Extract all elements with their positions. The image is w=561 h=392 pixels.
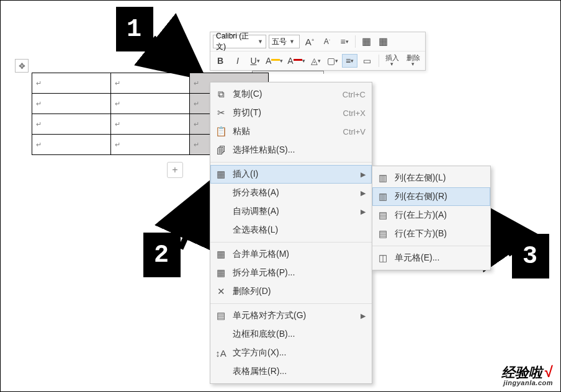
paste-icon: 📋: [215, 126, 227, 137]
col-left-icon: ▥: [377, 172, 388, 184]
shading-button[interactable]: ◬▾: [308, 54, 323, 68]
submenu-col-right[interactable]: ▥ 列(在右侧)(R): [372, 187, 490, 206]
menu-text-direction[interactable]: ↕A 文字方向(X)...: [210, 344, 372, 362]
italic-button[interactable]: I: [230, 54, 245, 68]
table-cell[interactable]: ↵: [32, 135, 111, 155]
font-size-value: 五号: [272, 37, 287, 47]
submenu-col-left[interactable]: ▥ 列(在左侧)(L): [372, 169, 490, 187]
chevron-down-icon: ▼: [258, 38, 263, 45]
table-delete-button[interactable]: ▦: [376, 36, 390, 47]
watermark: 经验啦 √ jingyanla.com: [501, 365, 553, 386]
chevron-right-icon: ▶: [361, 189, 366, 197]
menu-insert[interactable]: ▦ 插入(I) ▶: [210, 165, 372, 184]
font-name-value: Calibri (正文): [216, 31, 255, 52]
text-direction-icon: ↕A: [215, 348, 227, 359]
clear-format-button[interactable]: ≡▾: [337, 35, 351, 48]
chevron-right-icon: ▶: [361, 208, 366, 216]
context-menu: ⧉ 复制(C) Ctrl+C ✂ 剪切(T) Ctrl+X 📋 粘贴 Ctrl+…: [210, 82, 372, 384]
add-row-button[interactable]: +: [167, 162, 183, 178]
shrink-font-button[interactable]: A-: [320, 35, 334, 48]
merge-icon: ▭: [363, 56, 371, 66]
menu-split-table[interactable]: 拆分表格(A) ▶: [210, 184, 372, 202]
submenu-cells[interactable]: ◫ 单元格(E)...: [372, 249, 490, 267]
separator: [210, 242, 372, 243]
align-icon: ≡: [346, 56, 351, 66]
chevron-right-icon: ▶: [361, 312, 366, 320]
table-cell[interactable]: ↵: [111, 114, 190, 135]
font-color-button[interactable]: A▾: [286, 54, 305, 68]
grow-font-button[interactable]: A+: [302, 35, 317, 48]
col-right-icon: ▥: [377, 191, 388, 202]
font-size-select[interactable]: 五号▼: [269, 35, 300, 48]
menu-auto-fit[interactable]: 自动调整(A) ▶: [210, 202, 372, 221]
table-cell[interactable]: ↵: [111, 94, 190, 114]
copy-icon: ⧉: [215, 89, 227, 100]
move-icon: ✥: [19, 61, 25, 71]
delete-dropdown[interactable]: 删除▾: [404, 54, 423, 68]
align-icon: ▤: [215, 310, 227, 321]
separator: [210, 162, 372, 163]
underline-button[interactable]: U▾: [248, 54, 262, 68]
row-below-icon: ▤: [377, 228, 388, 239]
mini-toolbar: Calibri (正文)▼ 五号▼ A+ A- ≡▾ ▦ ▦ B I U▾ A▾…: [210, 32, 426, 71]
table-icon: ▦: [362, 36, 371, 47]
chevron-right-icon: ▶: [361, 171, 366, 179]
separator: [355, 35, 356, 48]
table-insert-button[interactable]: ▦: [359, 36, 374, 47]
table-move-handle[interactable]: ✥: [15, 59, 29, 73]
bold-button[interactable]: B: [213, 54, 228, 68]
menu-borders-shading[interactable]: 边框和底纹(B)...: [210, 325, 372, 344]
bucket-icon: ◬: [311, 56, 318, 66]
svg-line-0: [153, 38, 203, 78]
menu-split-cells[interactable]: ▦ 拆分单元格(P)...: [210, 264, 372, 282]
border-icon: ▢: [327, 56, 335, 66]
border-button[interactable]: ▢▾: [325, 54, 339, 68]
paste-special-icon: 🗐: [215, 145, 227, 156]
menu-select-table[interactable]: 全选表格(L): [210, 221, 372, 239]
submenu-row-above[interactable]: ▤ 行(在上方)(A): [372, 206, 490, 225]
font-name-select[interactable]: Calibri (正文)▼: [213, 35, 266, 48]
menu-copy[interactable]: ⧉ 复制(C) Ctrl+C: [210, 85, 372, 104]
watermark-url: jingyanla.com: [501, 380, 553, 386]
menu-paste-special[interactable]: 🗐 选择性粘贴(S)...: [210, 141, 372, 159]
insert-submenu: ▥ 列(在左侧)(L) ▥ 列(在右侧)(R) ▤ 行(在上方)(A) ▤ 行(…: [372, 166, 491, 270]
table-icon: ▦: [215, 169, 227, 180]
separator: [379, 55, 379, 67]
menu-delete-col[interactable]: ✕ 删除列(D): [210, 282, 372, 301]
table-cell[interactable]: ↵: [111, 73, 190, 94]
menu-paste[interactable]: 📋 粘贴 Ctrl+V: [210, 122, 372, 141]
watermark-text: 经验啦: [501, 365, 542, 380]
merge-button[interactable]: ▭: [360, 54, 375, 68]
merge-icon: ▦: [215, 249, 227, 260]
split-icon: ▦: [215, 267, 227, 278]
svg-line-1: [181, 183, 210, 249]
row-above-icon: ▤: [377, 210, 388, 221]
highlight-button[interactable]: A▾: [264, 54, 284, 68]
plus-icon: +: [172, 164, 177, 176]
table-cell[interactable]: ↵: [32, 114, 111, 135]
separator: [372, 246, 490, 246]
separator: [210, 303, 372, 304]
menu-merge-cells[interactable]: ▦ 合并单元格(M): [210, 245, 372, 264]
cells-icon: ◫: [377, 252, 388, 264]
menu-cut[interactable]: ✂ 剪切(T) Ctrl+X: [210, 104, 372, 122]
menu-cell-align[interactable]: ▤ 单元格对齐方式(G) ▶: [210, 306, 372, 325]
cut-icon: ✂: [215, 107, 227, 118]
table-cell[interactable]: ↵: [111, 135, 190, 155]
delete-col-icon: ✕: [215, 286, 227, 297]
menu-table-props[interactable]: 表格属性(R)...: [210, 362, 372, 381]
align-button[interactable]: ≡▾: [342, 54, 357, 68]
table-cell[interactable]: ↵: [32, 73, 111, 94]
insert-dropdown[interactable]: 插入▾: [383, 54, 402, 68]
submenu-row-below[interactable]: ▤ 行(在下方)(B): [372, 225, 490, 243]
check-icon: √: [545, 363, 553, 380]
table-icon: ▦: [379, 36, 388, 47]
chevron-down-icon: ▼: [289, 38, 295, 45]
table-cell[interactable]: ↵: [32, 94, 111, 114]
